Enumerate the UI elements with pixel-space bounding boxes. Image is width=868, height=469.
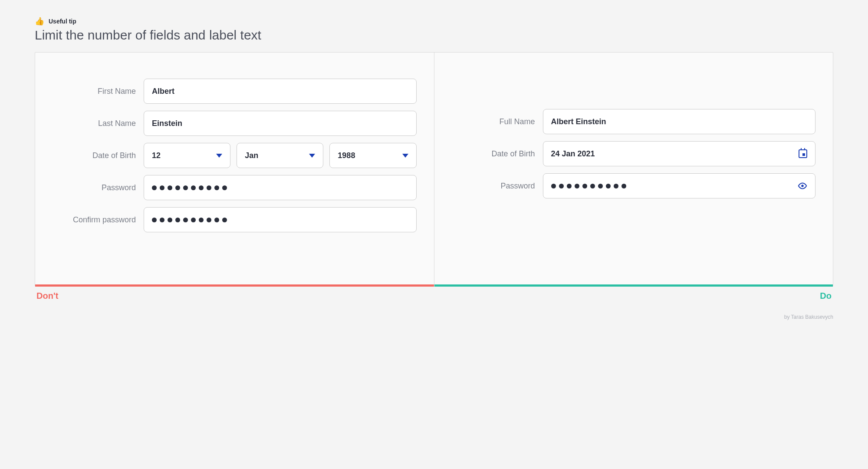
do-accent-bar bbox=[434, 284, 833, 287]
thumbs-up-icon: 👍 bbox=[35, 17, 44, 25]
row-dob: Date of Birth 12 Jan 1988 bbox=[53, 143, 417, 168]
chevron-down-icon bbox=[216, 154, 222, 158]
caption-row: Don't Do bbox=[35, 287, 833, 301]
password-mask bbox=[152, 185, 227, 190]
eye-icon[interactable] bbox=[798, 181, 807, 191]
full-name-label: Full Name bbox=[452, 117, 543, 126]
full-name-value: Albert Einstein bbox=[551, 117, 606, 126]
row-last-name: Last Name Einstein bbox=[53, 111, 417, 136]
dob-month-value: Jan bbox=[245, 151, 258, 160]
row-confirm-password: Confirm password bbox=[53, 207, 417, 232]
caption-do: Do bbox=[820, 291, 832, 301]
calendar-icon[interactable] bbox=[799, 149, 807, 158]
dob-label: Date of Birth bbox=[53, 151, 144, 160]
dob-date-value: 24 Jan 2021 bbox=[551, 149, 595, 159]
password-label: Password bbox=[53, 183, 144, 192]
row-password-do: Password bbox=[452, 173, 816, 198]
row-password: Password bbox=[53, 175, 417, 200]
first-name-label: First Name bbox=[53, 87, 144, 96]
password-do-input[interactable] bbox=[543, 173, 816, 198]
dont-panel: First Name Albert Last Name Einstein Dat… bbox=[35, 53, 434, 286]
row-dob-do: Date of Birth 24 Jan 2021 bbox=[452, 141, 816, 166]
row-full-name: Full Name Albert Einstein bbox=[452, 109, 816, 134]
chevron-down-icon bbox=[309, 154, 315, 158]
page-title: Limit the number of fields and label tex… bbox=[35, 28, 833, 43]
credit-line: by Taras Bakusevych bbox=[35, 314, 833, 320]
dob-date-input[interactable]: 24 Jan 2021 bbox=[543, 141, 816, 166]
dont-accent-bar bbox=[35, 284, 434, 287]
password-do-mask bbox=[551, 184, 626, 188]
confirm-password-label: Confirm password bbox=[53, 215, 144, 225]
password-input[interactable] bbox=[144, 175, 417, 200]
dob-day-select[interactable]: 12 bbox=[144, 143, 230, 168]
dob-day-value: 12 bbox=[152, 151, 161, 160]
confirm-password-input[interactable] bbox=[144, 207, 417, 232]
dob-do-label: Date of Birth bbox=[452, 149, 543, 159]
last-name-value: Einstein bbox=[152, 119, 182, 128]
chevron-down-icon bbox=[402, 154, 408, 158]
caption-dont: Don't bbox=[36, 291, 58, 301]
full-name-input[interactable]: Albert Einstein bbox=[543, 109, 816, 134]
tip-row: 👍 Useful tip bbox=[35, 17, 833, 25]
password-do-label: Password bbox=[452, 182, 543, 191]
svg-point-0 bbox=[801, 185, 804, 187]
last-name-label: Last Name bbox=[53, 119, 144, 128]
first-name-value: Albert bbox=[152, 87, 174, 96]
last-name-input[interactable]: Einstein bbox=[144, 111, 417, 136]
first-name-input[interactable]: Albert bbox=[144, 79, 417, 104]
dob-year-value: 1988 bbox=[338, 151, 355, 160]
dob-month-select[interactable]: Jan bbox=[237, 143, 323, 168]
row-first-name: First Name Albert bbox=[53, 79, 417, 104]
dob-year-select[interactable]: 1988 bbox=[329, 143, 416, 168]
tip-label: Useful tip bbox=[49, 18, 76, 25]
do-panel: Full Name Albert Einstein Date of Birth … bbox=[434, 53, 833, 286]
confirm-password-mask bbox=[152, 218, 227, 222]
comparison-container: First Name Albert Last Name Einstein Dat… bbox=[35, 52, 833, 287]
